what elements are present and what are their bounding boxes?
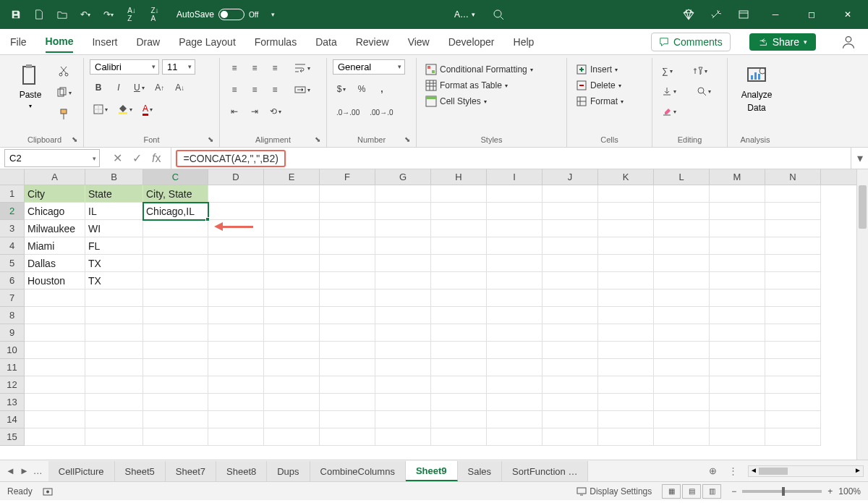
cell[interactable] — [375, 428, 431, 446]
wand-icon[interactable] — [707, 6, 725, 23]
cell[interactable] — [320, 394, 375, 411]
cell[interactable] — [710, 411, 765, 428]
autosave-toggle[interactable]: AutoSave Off — [176, 9, 258, 20]
column-header[interactable]: I — [487, 169, 542, 185]
tab-home[interactable]: Home — [46, 31, 74, 53]
cell[interactable] — [542, 185, 598, 203]
vertical-scrollbar[interactable] — [856, 169, 868, 460]
sheet-nav-prev-icon[interactable]: ◄ — [6, 465, 15, 476]
cell[interactable] — [375, 220, 431, 237]
redo-icon[interactable]: ↷▾ — [100, 6, 117, 23]
cell[interactable] — [375, 237, 431, 255]
decrease-decimal-icon[interactable]: .00→.0 — [366, 103, 396, 121]
cell[interactable] — [320, 376, 375, 394]
number-launcher[interactable]: ⬊ — [404, 135, 413, 144]
tab-help[interactable]: Help — [514, 32, 535, 52]
tab-page-layout[interactable]: Page Layout — [179, 32, 236, 52]
cell[interactable] — [542, 289, 598, 307]
search-icon[interactable] — [490, 6, 507, 23]
cell[interactable] — [375, 255, 431, 272]
cell[interactable] — [431, 411, 487, 428]
increase-font-button[interactable]: A↑ — [151, 79, 169, 96]
qat-dropdown-icon[interactable]: ▾ — [264, 6, 281, 23]
cell[interactable] — [264, 289, 320, 307]
cell[interactable] — [598, 324, 654, 342]
cell[interactable] — [654, 307, 710, 324]
cell[interactable] — [710, 428, 765, 446]
cell[interactable] — [710, 289, 765, 307]
cell[interactable] — [375, 359, 431, 376]
cell[interactable] — [710, 359, 765, 376]
cell[interactable] — [320, 411, 375, 428]
comma-icon[interactable]: , — [373, 80, 391, 98]
font-size-combo[interactable]: 11 — [162, 59, 195, 75]
save-icon[interactable] — [7, 6, 25, 23]
ribbon-mode-icon[interactable] — [735, 6, 752, 23]
cell[interactable] — [143, 411, 208, 428]
cell[interactable] — [765, 289, 821, 307]
cell[interactable] — [208, 185, 264, 203]
cell[interactable] — [598, 237, 654, 255]
font-color-button[interactable]: A — [139, 101, 156, 118]
cell[interactable] — [264, 185, 320, 203]
copy-icon[interactable] — [52, 84, 75, 101]
cell[interactable] — [320, 185, 375, 203]
share-button[interactable]: Share ▾ — [749, 33, 816, 51]
column-header[interactable]: N — [765, 169, 821, 185]
clear-icon[interactable] — [658, 103, 680, 120]
cell[interactable] — [487, 411, 542, 428]
align-center-icon[interactable]: ≡ — [246, 81, 263, 98]
row-header[interactable]: 3 — [0, 220, 25, 237]
find-icon[interactable] — [693, 83, 715, 100]
column-header[interactable]: L — [654, 169, 710, 185]
cell[interactable] — [765, 324, 821, 342]
name-box[interactable]: C2 — [4, 149, 100, 167]
sort-desc-icon[interactable]: Z↓A — [146, 6, 163, 23]
cell[interactable] — [208, 376, 264, 394]
cell[interactable] — [765, 411, 821, 428]
cell[interactable] — [765, 272, 821, 289]
new-sheet-button[interactable]: ⊕ — [703, 465, 723, 476]
cell[interactable] — [542, 220, 598, 237]
cell[interactable] — [598, 272, 654, 289]
cell[interactable] — [264, 359, 320, 376]
cell[interactable]: TX — [85, 255, 143, 272]
conditional-formatting-button[interactable]: Conditional Formatting ▾ — [422, 62, 561, 77]
sheet-tab[interactable]: CombineColumns — [310, 461, 406, 481]
column-header[interactable]: C — [143, 169, 208, 185]
cell[interactable] — [208, 428, 264, 446]
cell[interactable] — [487, 185, 542, 203]
cell[interactable] — [542, 428, 598, 446]
zoom-out-button[interactable]: − — [731, 486, 736, 496]
cell[interactable] — [143, 324, 208, 342]
cell[interactable] — [264, 203, 320, 220]
fill-handle[interactable] — [205, 217, 210, 221]
zoom-slider[interactable] — [742, 490, 822, 493]
display-settings-button[interactable]: Display Settings — [576, 486, 652, 496]
cut-icon[interactable] — [52, 62, 75, 80]
row-header[interactable]: 11 — [0, 359, 25, 376]
cell[interactable]: WI — [85, 220, 143, 237]
cell[interactable] — [431, 255, 487, 272]
cell[interactable] — [25, 342, 85, 359]
cell[interactable] — [85, 359, 143, 376]
column-header[interactable]: M — [710, 169, 765, 185]
cell[interactable] — [431, 203, 487, 220]
cell[interactable] — [654, 203, 710, 220]
cell[interactable] — [487, 203, 542, 220]
align-right-icon[interactable]: ≡ — [266, 81, 284, 98]
cell[interactable] — [542, 272, 598, 289]
paste-button[interactable]: Paste ▾ — [12, 59, 49, 123]
cell[interactable] — [143, 255, 208, 272]
cell[interactable] — [431, 272, 487, 289]
cell[interactable] — [765, 342, 821, 359]
cell[interactable] — [375, 394, 431, 411]
sheet-tab[interactable]: Dups — [267, 461, 310, 481]
row-header[interactable]: 12 — [0, 376, 25, 394]
column-header[interactable]: D — [208, 169, 264, 185]
cell[interactable] — [375, 289, 431, 307]
cell[interactable] — [654, 428, 710, 446]
analyze-data-button[interactable]: Analyze Data — [733, 59, 780, 113]
minimize-button[interactable]: ─ — [762, 0, 788, 29]
cell[interactable] — [542, 203, 598, 220]
